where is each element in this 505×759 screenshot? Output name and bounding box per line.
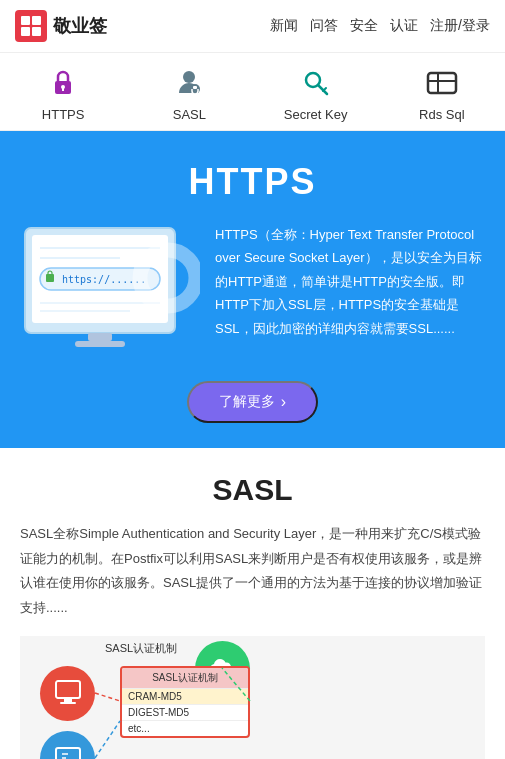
nav-qa[interactable]: 问答 — [310, 17, 338, 35]
nav-register[interactable]: 注册/登录 — [430, 17, 490, 35]
svg-rect-6 — [62, 88, 64, 91]
svg-rect-30 — [60, 702, 76, 704]
computer-circle — [40, 731, 95, 759]
tab-rds-sql-label: Rds Sql — [419, 107, 465, 122]
sasl-diagram-label: SASL认证机制 — [105, 641, 177, 656]
svg-line-37 — [95, 721, 120, 758]
sasl-title: SASL — [20, 473, 485, 507]
nav-auth[interactable]: 认证 — [390, 17, 418, 35]
tab-sasl-label: SASL — [173, 107, 206, 122]
sasl-description: SASL全称Simple Authentication and Security… — [20, 522, 485, 621]
svg-line-36 — [95, 693, 120, 701]
arrow-icon: › — [281, 393, 286, 411]
sasl-mechanism-box: SASL认证机制 CRAM-MD5 DIGEST-MD5 etc... — [120, 666, 250, 738]
svg-rect-22 — [75, 341, 125, 347]
https-title: HTTPS — [20, 161, 485, 203]
https-content: https://...... HTTPS（全称：Hyper Text Trans… — [20, 223, 485, 363]
logo-icon — [15, 10, 47, 42]
svg-rect-2 — [21, 27, 30, 36]
sasl-diagram: SASL认证机制 — [20, 636, 485, 759]
tab-rds-sql[interactable]: Rds Sql — [402, 65, 482, 122]
sasl-icon — [171, 65, 207, 101]
svg-rect-9 — [193, 86, 197, 89]
cram-md5-item: CRAM-MD5 — [122, 688, 248, 704]
nav-security[interactable]: 安全 — [350, 17, 378, 35]
etc-item: etc... — [122, 720, 248, 736]
https-description: HTTPS（全称：Hyper Text Transfer Protocol ov… — [215, 223, 485, 340]
svg-point-7 — [183, 71, 195, 83]
nav-links: 新闻 问答 安全 认证 注册/登录 — [270, 17, 490, 35]
learn-more-label: 了解更多 — [219, 393, 275, 411]
rds-sql-icon — [424, 65, 460, 101]
https-icon — [45, 65, 81, 101]
digest-md5-item: DIGEST-MD5 — [122, 704, 248, 720]
svg-rect-21 — [88, 333, 112, 341]
logo-text: 敬业签 — [53, 14, 107, 38]
tab-secret-key-label: Secret Key — [284, 107, 348, 122]
tab-https[interactable]: HTTPS — [23, 65, 103, 122]
tab-https-label: HTTPS — [42, 107, 85, 122]
header: 敬业签 新闻 问答 安全 认证 注册/登录 — [0, 0, 505, 53]
key-icon — [298, 65, 334, 101]
https-section: HTTPS https://...... HTTPS（全称：Hy — [0, 131, 505, 448]
https-illustration: https://...... — [20, 223, 200, 363]
svg-line-12 — [323, 88, 326, 91]
tab-sasl[interactable]: SASL — [149, 65, 229, 122]
tab-row: HTTPS SASL Secret Key — [0, 53, 505, 131]
svg-rect-1 — [32, 16, 41, 25]
learn-more-button[interactable]: 了解更多 › — [187, 381, 318, 423]
tab-secret-key[interactable]: Secret Key — [276, 65, 356, 122]
svg-rect-3 — [32, 27, 41, 36]
svg-rect-28 — [56, 681, 80, 698]
svg-rect-19 — [46, 274, 54, 282]
logo-area: 敬业签 — [15, 10, 107, 42]
nav-news[interactable]: 新闻 — [270, 17, 298, 35]
svg-rect-29 — [64, 698, 72, 702]
sasl-section: SASL SASL全称Simple Authentication and Sec… — [0, 448, 505, 759]
diagram-background: SASL认证机制 — [20, 636, 485, 759]
svg-rect-13 — [428, 73, 456, 93]
monitor-circle — [40, 666, 95, 721]
sasl-box-title: SASL认证机制 — [122, 668, 248, 688]
svg-rect-0 — [21, 16, 30, 25]
